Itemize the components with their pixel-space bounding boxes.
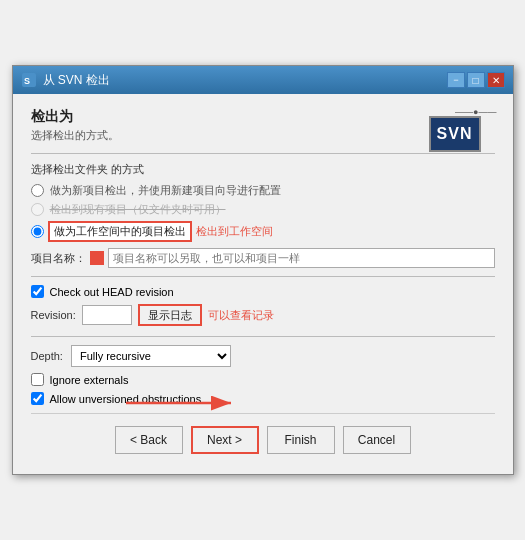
head-revision-label: Check out HEAD revision (50, 286, 174, 298)
revision-input[interactable] (82, 305, 132, 325)
folder-group-label: 选择检出文件夹 的方式 (31, 162, 495, 177)
allow-unversioned-checkbox[interactable] (31, 392, 44, 405)
radio-label-3-box: 做为工作空间中的项目检出 (48, 221, 192, 242)
main-window: S 从 SVN 检出 － □ ✕ SVN ——●—— 检出为 选择检出的方式。 … (12, 65, 514, 475)
allow-unversioned-row: Allow unversioned obstructions (31, 392, 495, 405)
minimize-button[interactable]: － (447, 72, 465, 88)
annotation-workspace: 检出到工作空间 (196, 224, 273, 239)
ignore-externals-checkbox[interactable] (31, 373, 44, 386)
head-revision-row: Check out HEAD revision (31, 285, 495, 298)
radio-label-2: 检出到现有项目（仅文件夹时可用） (50, 202, 226, 217)
svn-logo-container: SVN ——●—— (455, 106, 496, 117)
radio-item-2: 检出到现有项目（仅文件夹时可用） (31, 202, 495, 217)
radio-label-1: 做为新项目检出，并使用新建项目向导进行配置 (50, 183, 281, 198)
titlebar: S 从 SVN 检出 － □ ✕ (13, 66, 513, 94)
radio-group: 做为新项目检出，并使用新建项目向导进行配置 检出到现有项目（仅文件夹时可用） 做… (31, 183, 495, 242)
finish-button[interactable]: Finish (267, 426, 335, 454)
next-button[interactable]: Next > (191, 426, 259, 454)
radio-new-project[interactable] (31, 184, 44, 197)
project-name-row: 项目名称： (31, 248, 495, 268)
revision-label: Revision: (31, 309, 76, 321)
titlebar-buttons: － □ ✕ (447, 72, 505, 88)
close-button[interactable]: ✕ (487, 72, 505, 88)
radio-workspace-project[interactable] (31, 225, 44, 238)
radio-item-3-row: 做为工作空间中的项目检出 检出到工作空间 (31, 221, 495, 242)
head-revision-checkbox[interactable] (31, 285, 44, 298)
window-title: 从 SVN 检出 (43, 72, 447, 89)
svg-text:S: S (24, 76, 30, 86)
radio-existing-project (31, 203, 44, 216)
annotation-log: 可以查看记录 (208, 308, 274, 323)
ignore-externals-row: Ignore externals (31, 373, 495, 386)
page-subtitle: 选择检出的方式。 (31, 128, 495, 143)
radio-item-1: 做为新项目检出，并使用新建项目向导进行配置 (31, 183, 495, 198)
depth-select[interactable]: Fully recursive Immediate children Only … (71, 345, 231, 367)
project-name-label: 项目名称： (31, 251, 86, 266)
divider-top (31, 153, 495, 154)
project-name-input[interactable] (108, 248, 495, 268)
dialog-content: SVN ——●—— 检出为 选择检出的方式。 选择检出文件夹 的方式 做为新项目… (13, 94, 513, 474)
arrow-annotation (121, 391, 241, 418)
back-button[interactable]: < Back (115, 426, 183, 454)
project-red-indicator (90, 251, 104, 265)
revision-row: Revision: 显示日志 可以查看记录 (31, 304, 495, 326)
window-icon: S (21, 72, 37, 88)
maximize-button[interactable]: □ (467, 72, 485, 88)
svn-logo: SVN (429, 116, 481, 152)
footer-buttons: < Back Next > Finish Cancel (31, 413, 495, 462)
depth-row: Depth: Fully recursive Immediate childre… (31, 345, 495, 367)
divider-3 (31, 336, 495, 337)
depth-label: Depth: (31, 350, 63, 362)
divider-2 (31, 276, 495, 277)
page-title: 检出为 (31, 108, 495, 126)
showlog-button[interactable]: 显示日志 (138, 304, 202, 326)
footer-area: < Back Next > Finish Cancel (31, 413, 495, 462)
arrow-svg (121, 391, 241, 415)
cancel-button[interactable]: Cancel (343, 426, 411, 454)
ignore-externals-label: Ignore externals (50, 374, 129, 386)
